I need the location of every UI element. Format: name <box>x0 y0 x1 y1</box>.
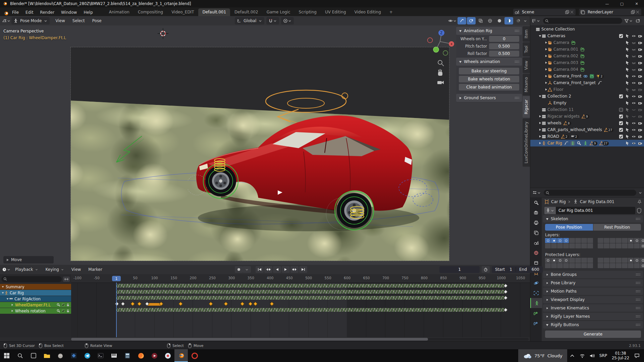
proportional-edit-toggle[interactable] <box>281 17 294 24</box>
visibility-eye-icon[interactable] <box>632 128 636 132</box>
clear-baked-animation-button[interactable]: Clear baked animation <box>459 84 519 90</box>
layer-cell[interactable] <box>551 243 557 248</box>
copy-icon[interactable] <box>565 10 570 14</box>
outliner-row[interactable]: Camera_Front2 <box>530 73 644 79</box>
expand-toggle-icon[interactable] <box>538 128 542 131</box>
outliner-row[interactable]: Car Rig927 <box>530 140 644 146</box>
channel-wheeldamper-ft-l[interactable]: WheelDamper.Ft.L <box>0 302 71 308</box>
visibility-eye-icon[interactable] <box>632 47 636 52</box>
visibility-eye-icon[interactable] <box>632 81 636 85</box>
outliner-row[interactable]: Collection 11 <box>530 106 644 113</box>
world-icon[interactable] <box>530 248 542 258</box>
visibility-eye-icon[interactable] <box>632 121 636 125</box>
workspace-tab-scripting[interactable]: Scripting <box>295 8 321 16</box>
collection-checkbox-icon[interactable] <box>619 108 623 112</box>
network-icon[interactable] <box>579 354 586 358</box>
timeline-menu-keying[interactable]: Keying <box>42 267 68 272</box>
taskbar-file-explorer-icon[interactable] <box>40 349 54 362</box>
weather-widget[interactable]: 75°F Cloudy <box>518 349 567 362</box>
current-frame-field[interactable]: 1 <box>439 266 480 273</box>
layer-cell[interactable] <box>545 243 551 248</box>
show-overlays-toggle[interactable] <box>467 17 476 24</box>
playhead[interactable] <box>116 283 117 337</box>
visibility-eye-icon[interactable] <box>632 74 636 78</box>
layer-cell[interactable] <box>640 263 644 268</box>
car-model[interactable] <box>188 77 429 238</box>
drag-grip-icon[interactable] <box>636 290 640 293</box>
drag-grip-icon[interactable] <box>636 323 640 326</box>
timeline-editor-type[interactable] <box>2 266 11 273</box>
workspace-tab-video-editing[interactable]: Video Editing <box>351 8 385 16</box>
viewport-3d[interactable]: Camera Perspective (1) Car Rig : WheelDa… <box>0 25 530 265</box>
expand-toggle-icon[interactable] <box>544 81 548 84</box>
render-visibility-icon[interactable] <box>638 114 642 119</box>
layer-cell[interactable] <box>604 243 609 248</box>
drag-grip-icon[interactable] <box>636 307 640 309</box>
layer-cell[interactable] <box>640 243 644 248</box>
viewport-menu-view[interactable]: View <box>52 18 68 23</box>
expand-toggle-icon[interactable] <box>538 141 542 145</box>
layer-cell[interactable] <box>569 238 575 243</box>
layer-cell[interactable] <box>587 243 593 248</box>
expand-toggle-icon[interactable] <box>1 285 4 288</box>
editor-type-button[interactable] <box>2 17 11 24</box>
keyboard-language[interactable]: SRP <box>599 353 607 358</box>
keyframe-diamond[interactable] <box>137 302 142 306</box>
selectability-icon[interactable] <box>625 134 630 139</box>
visibility-eye-icon[interactable] <box>632 108 636 112</box>
operator-panel[interactable]: Move <box>3 256 54 263</box>
sidebar-tab-view[interactable]: View <box>523 57 530 73</box>
taskbar-calculator-icon[interactable] <box>121 349 134 362</box>
render-visibility-icon[interactable] <box>638 134 642 139</box>
layer-cell[interactable] <box>616 238 622 243</box>
taskbar-search-icon[interactable] <box>13 349 27 362</box>
layer-cell[interactable] <box>622 263 628 268</box>
outliner-row[interactable]: Camera <box>530 39 644 46</box>
chevron-down-icon[interactable] <box>638 191 642 195</box>
sidebar-tab-rigacar[interactable]: Rigacar <box>523 96 530 118</box>
skeleton-panel-header[interactable]: Skeleton <box>543 215 643 223</box>
layer-cell[interactable] <box>587 263 593 268</box>
visibility-eye-icon[interactable] <box>632 114 636 119</box>
render-visibility-icon[interactable] <box>638 74 642 78</box>
expand-toggle-icon[interactable] <box>544 41 548 44</box>
expand-toggle-icon[interactable] <box>544 74 548 78</box>
channel-car-rigaction[interactable]: Car RigAction <box>0 296 71 302</box>
outliner-row[interactable]: Camera_Front_target <box>530 79 644 86</box>
layer-cell[interactable] <box>622 243 628 248</box>
outliner-item-label[interactable]: wheels <box>547 121 561 125</box>
channel-enable-icon[interactable] <box>61 309 65 313</box>
keyframe-diamond[interactable] <box>121 302 125 306</box>
keyframe-diamond[interactable] <box>270 302 274 306</box>
visibility-eye-icon[interactable] <box>632 67 636 72</box>
layer-cell[interactable] <box>551 238 557 243</box>
expand-toggle-icon[interactable] <box>11 303 14 306</box>
drag-grip-icon[interactable] <box>636 218 640 220</box>
visibility-eye-icon[interactable] <box>632 101 636 105</box>
menu-window[interactable]: Window <box>58 9 80 16</box>
keyframe-diamond[interactable] <box>130 302 135 306</box>
taskbar-telegram-icon[interactable] <box>80 349 94 362</box>
keyframe-diamond[interactable] <box>178 302 183 306</box>
layer-cell[interactable] <box>557 238 563 243</box>
lock-icon[interactable] <box>66 309 70 313</box>
layer-cell[interactable] <box>604 238 609 243</box>
expand-toggle-icon[interactable] <box>538 95 542 98</box>
outliner-item-label[interactable]: Car Rig <box>547 141 562 145</box>
layer-cell[interactable] <box>628 243 634 248</box>
taskbar-gimp-icon[interactable] <box>54 349 67 362</box>
outliner-item-label[interactable]: Scene Collection <box>541 27 575 32</box>
taskbar-start-icon[interactable] <box>0 349 13 362</box>
render-visibility-icon[interactable] <box>638 121 642 125</box>
visibility-eye-icon[interactable] <box>632 141 636 145</box>
layer-cell[interactable] <box>598 238 603 243</box>
breadcrumb-object[interactable]: Car Rig <box>551 199 566 204</box>
taskbar-photos-icon[interactable] <box>67 349 80 362</box>
outliner-item-label[interactable]: Camera_Front <box>553 74 581 78</box>
pose-library-panel-header[interactable]: Pose Library <box>543 279 643 287</box>
outliner-item-label[interactable]: Rigacar widgets <box>547 114 580 119</box>
taskbar-terminal-icon[interactable] <box>94 349 107 362</box>
layer-cell[interactable] <box>557 243 563 248</box>
layer-cell[interactable] <box>563 263 569 268</box>
inverse-kinematics-panel-header[interactable]: Inverse Kinematics <box>543 304 643 312</box>
